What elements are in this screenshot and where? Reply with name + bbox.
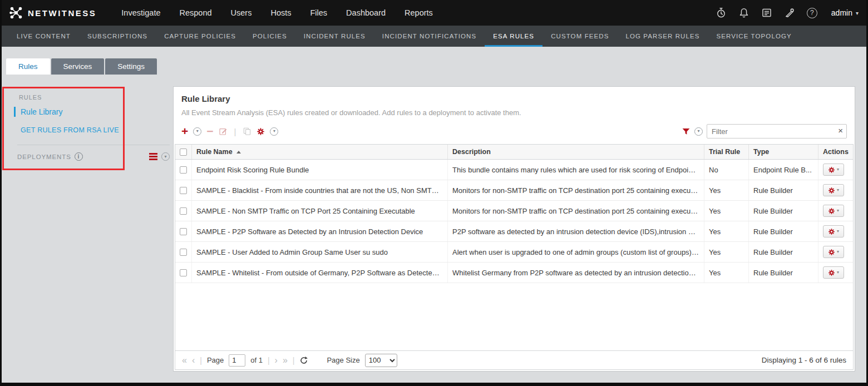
rule-gear-menu-button[interactable] xyxy=(257,127,265,136)
table-row[interactable]: SAMPLE - User Added to Admin Group Same … xyxy=(175,242,853,263)
page-size-select[interactable]: 100 xyxy=(365,354,397,367)
edit-rule-button[interactable] xyxy=(219,127,228,136)
nav-hosts[interactable]: Hosts xyxy=(261,0,300,26)
rule-name-cell: SAMPLE - Whitelist - From outside of Ger… xyxy=(196,269,443,277)
row-checkbox[interactable] xyxy=(180,269,187,276)
filter-chevron-icon[interactable]: ▾ xyxy=(694,127,703,136)
rule-name-cell: SAMPLE - Non SMTP Traffic on TCP Port 25… xyxy=(196,207,415,215)
delete-rule-button[interactable]: − xyxy=(206,126,213,137)
brand[interactable]: NETWITNESS xyxy=(9,6,96,19)
row-checkbox[interactable] xyxy=(180,187,187,194)
filter-input[interactable] xyxy=(707,124,847,138)
row-actions-button[interactable]: ▾ xyxy=(823,246,844,258)
tools-icon[interactable] xyxy=(784,7,795,18)
subnav-live-content[interactable]: LIVE CONTENT xyxy=(8,26,79,47)
type-cell: Rule Builder xyxy=(753,186,793,195)
tab-settings[interactable]: Settings xyxy=(105,58,157,75)
notifications-bell-icon[interactable] xyxy=(738,7,749,18)
refresh-icon[interactable] xyxy=(299,356,308,365)
filter-icon[interactable] xyxy=(682,127,691,136)
column-header-description[interactable]: Description xyxy=(448,145,704,159)
sidebar-deployments-header: DEPLOYMENTS i xyxy=(17,152,83,161)
user-menu[interactable]: admin ▾ xyxy=(831,8,859,17)
subnav-incident-rules[interactable]: INCIDENT RULES xyxy=(295,26,374,47)
add-rule-chevron-icon[interactable]: ▾ xyxy=(193,127,201,136)
rule-name-cell: Endpoint Risk Scoring Rule Bundle xyxy=(196,166,309,174)
top-bar-tools: ? admin ▾ xyxy=(716,7,859,18)
get-rules-from-rsa-live-link[interactable]: GET RULES FROM RSA LIVE xyxy=(21,126,173,134)
column-header-rule-name[interactable]: Rule Name xyxy=(192,145,448,159)
jobs-tray-icon[interactable] xyxy=(761,7,772,18)
row-checkbox[interactable] xyxy=(180,207,187,215)
deployments-tools: ▾ xyxy=(149,152,170,161)
clear-filter-icon[interactable]: × xyxy=(838,126,843,135)
page-count-label: of 1 xyxy=(250,356,263,364)
nav-investigate[interactable]: Investigate xyxy=(112,0,170,26)
user-name: admin xyxy=(831,8,852,17)
nav-users[interactable]: Users xyxy=(221,0,262,26)
next-page-button[interactable]: › xyxy=(275,356,278,365)
column-header-type[interactable]: Type xyxy=(749,145,818,159)
info-icon[interactable]: i xyxy=(75,152,83,161)
subnav-policies[interactable]: POLICIES xyxy=(244,26,295,47)
tab-strip: Rules Services Settings xyxy=(2,47,866,75)
rule-name-cell: SAMPLE - Blacklist - From inside countri… xyxy=(196,186,443,195)
sidebar-item-rule-library[interactable]: Rule Library xyxy=(14,107,173,117)
table-row[interactable]: SAMPLE - Whitelist - From outside of Ger… xyxy=(175,263,853,283)
type-cell: Rule Builder xyxy=(753,269,793,277)
row-checkbox[interactable] xyxy=(180,249,187,256)
row-actions-button[interactable]: ▾ xyxy=(823,164,844,176)
top-bar: NETWITNESS Investigate Respond Users Hos… xyxy=(2,0,866,26)
subnav-esa-rules[interactable]: ESA RULES xyxy=(485,26,542,47)
sidebar-rules-header: RULES xyxy=(19,94,173,101)
page-number-input[interactable] xyxy=(229,354,245,367)
subnav-service-topology[interactable]: SERVICE TOPOLOGY xyxy=(708,26,800,47)
tab-rules[interactable]: Rules xyxy=(6,58,50,75)
stopwatch-icon[interactable] xyxy=(716,7,727,18)
row-actions-chevron-icon: ▾ xyxy=(837,167,839,172)
column-header-trial-rule[interactable]: Trial Rule xyxy=(704,145,749,159)
duplicate-rule-button[interactable] xyxy=(243,127,251,136)
table-row[interactable]: SAMPLE - Blacklist - From inside countri… xyxy=(175,180,853,201)
tab-services[interactable]: Services xyxy=(51,58,105,75)
subnav-custom-feeds[interactable]: CUSTOM FEEDS xyxy=(542,26,617,47)
subnav-log-parser-rules[interactable]: LOG PARSER RULES xyxy=(617,26,708,47)
table-row[interactable]: SAMPLE - P2P Software as Detected by an … xyxy=(175,221,853,242)
trial-rule-cell: Yes xyxy=(709,186,721,195)
row-actions-button[interactable]: ▾ xyxy=(823,184,844,196)
prev-page-button[interactable]: ‹ xyxy=(192,356,195,365)
gear-menu-chevron-icon[interactable]: ▾ xyxy=(270,127,278,136)
last-page-button[interactable]: » xyxy=(283,356,288,365)
row-actions-button[interactable]: ▾ xyxy=(823,225,844,237)
netwitness-window: NETWITNESS Investigate Respond Users Hos… xyxy=(0,0,868,386)
deployments-menu-chevron-icon[interactable]: ▾ xyxy=(161,152,170,161)
select-all-checkbox[interactable] xyxy=(180,149,187,156)
toolbar-separator: | xyxy=(234,127,236,136)
trial-rule-cell: Yes xyxy=(709,207,721,215)
row-actions-chevron-icon: ▾ xyxy=(837,188,839,192)
row-actions-button[interactable]: ▾ xyxy=(823,205,844,217)
nav-reports[interactable]: Reports xyxy=(395,0,442,26)
rule-name-cell: SAMPLE - User Added to Admin Group Same … xyxy=(196,248,388,256)
row-actions-chevron-icon: ▾ xyxy=(837,270,839,275)
row-checkbox[interactable] xyxy=(180,166,187,174)
table-row[interactable]: SAMPLE - Non SMTP Traffic on TCP Port 25… xyxy=(175,201,853,221)
deployments-menu-icon[interactable] xyxy=(149,153,157,160)
chevron-down-icon: ▾ xyxy=(856,10,859,16)
nav-respond[interactable]: Respond xyxy=(170,0,221,26)
table-row[interactable]: Endpoint Risk Scoring Rule Bundle This b… xyxy=(175,160,853,180)
nav-dashboard[interactable]: Dashboard xyxy=(337,0,395,26)
add-rule-button[interactable]: + xyxy=(181,126,188,137)
row-actions-button[interactable]: ▾ xyxy=(823,266,844,279)
subnav-subscriptions[interactable]: SUBSCRIPTIONS xyxy=(79,26,156,47)
row-checkbox[interactable] xyxy=(180,228,187,235)
type-cell: Endpoint Rule B... xyxy=(753,166,812,174)
first-page-button[interactable]: « xyxy=(182,356,187,365)
help-icon[interactable]: ? xyxy=(807,8,817,18)
nav-files[interactable]: Files xyxy=(300,0,337,26)
description-cell: Alert when user is upgraded to one of ad… xyxy=(452,248,699,256)
description-cell: Whitelist Germany from P2P software as d… xyxy=(452,269,699,277)
subnav-capture-policies[interactable]: CAPTURE POLICIES xyxy=(156,26,244,47)
app-root: NETWITNESS Investigate Respond Users Hos… xyxy=(2,0,866,383)
subnav-incident-notifications[interactable]: INCIDENT NOTIFICATIONS xyxy=(374,26,485,47)
